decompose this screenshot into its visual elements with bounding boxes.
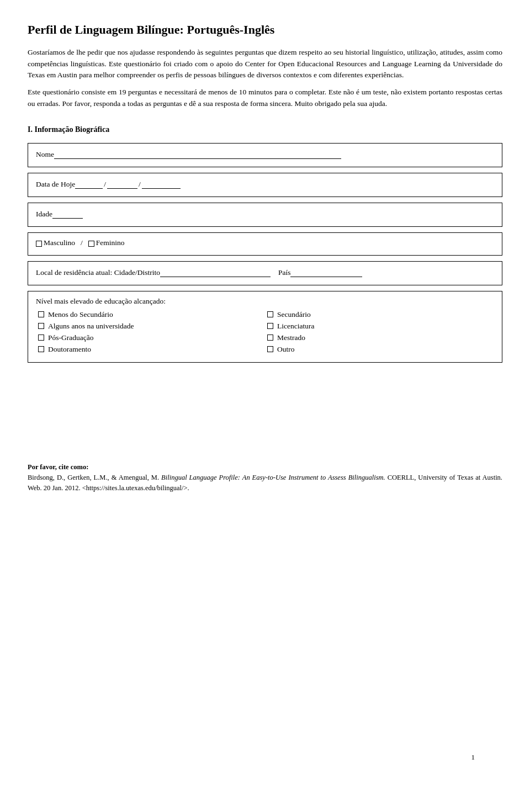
data-row: Data de Hoje / / — [36, 179, 494, 189]
slash-sep-2: / — [139, 180, 141, 189]
data-label: Data de Hoje — [36, 180, 75, 189]
idade-row: Idade — [36, 209, 494, 219]
idade-box: Idade — [28, 203, 502, 227]
local-box: Local de residência atual: Cidade/Distri… — [28, 261, 502, 285]
mestrado-checkbox[interactable] — [267, 335, 273, 341]
mestrado-label: Mestrado — [277, 333, 305, 342]
intro-paragraph-2: Este questionário consiste em 19 pergunt… — [28, 87, 502, 110]
page-wrapper: Perfil de Linguagem Bilíngue: Português-… — [28, 22, 502, 784]
edu-col-left: Menos do Secundário Alguns anos na unive… — [36, 310, 265, 357]
citation-italic: Bilingual Language Profile: An Easy-to-U… — [161, 474, 385, 481]
edu-licenciatura: Licenciatura — [265, 322, 494, 331]
secundario-label: Secundário — [277, 310, 311, 319]
feminino-label: Feminino — [96, 238, 125, 247]
feminino-checkbox[interactable] — [88, 241, 94, 247]
education-box: Nível mais elevado de educação alcançado… — [28, 291, 502, 363]
intro-paragraph-1: Gostaríamos de lhe pedir que nos ajudass… — [28, 47, 502, 82]
nome-box: Nome — [28, 143, 502, 167]
data-box: Data de Hoje / / — [28, 173, 502, 197]
alguns-anos-label: Alguns anos na universidade — [48, 322, 134, 331]
nome-row: Nome — [36, 149, 494, 159]
idade-input[interactable] — [52, 209, 83, 219]
alguns-anos-checkbox[interactable] — [38, 323, 44, 329]
gender-box: Masculino / Feminino — [28, 232, 502, 256]
cidade-input[interactable] — [160, 267, 271, 277]
gender-row: Masculino / Feminino — [36, 238, 494, 247]
masculino-checkbox[interactable] — [36, 241, 42, 247]
edu-alguns-anos: Alguns anos na universidade — [36, 322, 265, 331]
doutoramento-label: Doutoramento — [48, 345, 91, 354]
citation-area: Por favor, cite como: Birdsong, D., Gert… — [28, 462, 502, 493]
citation-authors: Birdsong, D., Gertken, L.M., & Amengual,… — [28, 474, 161, 481]
local-row: Local de residência atual: Cidade/Distri… — [36, 267, 494, 277]
licenciatura-label: Licenciatura — [277, 322, 314, 331]
slash-sep-1: / — [104, 180, 106, 189]
pos-graduacao-checkbox[interactable] — [38, 335, 44, 341]
section-i-title: I. Informação Biográfica — [28, 125, 502, 134]
outro-label: Outro — [277, 345, 295, 354]
local-label: Local de residência atual: Cidade/Distri… — [36, 268, 160, 277]
masculino-label: Masculino — [44, 238, 75, 247]
idade-label: Idade — [36, 210, 52, 219]
pais-label: País — [278, 268, 291, 277]
menos-secundario-checkbox[interactable] — [38, 311, 44, 317]
page-number: 1 — [471, 753, 475, 762]
data-day-input[interactable] — [75, 179, 103, 189]
edu-outro: Outro — [265, 345, 494, 354]
edu-options-row: Menos do Secundário Alguns anos na unive… — [36, 310, 494, 357]
pos-graduacao-label: Pós-Graduação — [48, 333, 93, 342]
edu-col-right: Secundário Licenciatura Mestrado Outro — [265, 310, 494, 357]
gender-separator: / — [81, 238, 83, 247]
citation-text: Por favor, cite como: Birdsong, D., Gert… — [28, 462, 502, 493]
pais-input[interactable] — [290, 267, 362, 277]
outro-checkbox[interactable] — [267, 346, 273, 352]
secundario-checkbox[interactable] — [267, 311, 273, 317]
data-month-input[interactable] — [107, 179, 137, 189]
nivel-label: Nível mais elevado de educação alcançado… — [36, 297, 494, 306]
data-year-input[interactable] — [142, 179, 181, 189]
citation-label: Por favor, cite como: — [28, 463, 88, 471]
edu-mestrado: Mestrado — [265, 333, 494, 342]
edu-pos-graduacao: Pós-Graduação — [36, 333, 265, 342]
edu-menos-secundario: Menos do Secundário — [36, 310, 265, 319]
edu-doutoramento: Doutoramento — [36, 345, 265, 354]
edu-secundario: Secundário — [265, 310, 494, 319]
licenciatura-checkbox[interactable] — [267, 323, 273, 329]
nome-input[interactable] — [54, 149, 341, 159]
nome-label: Nome — [36, 150, 54, 159]
doutoramento-checkbox[interactable] — [38, 346, 44, 352]
menos-secundario-label: Menos do Secundário — [48, 310, 113, 319]
page-title: Perfil de Linguagem Bilíngue: Português-… — [28, 22, 502, 38]
